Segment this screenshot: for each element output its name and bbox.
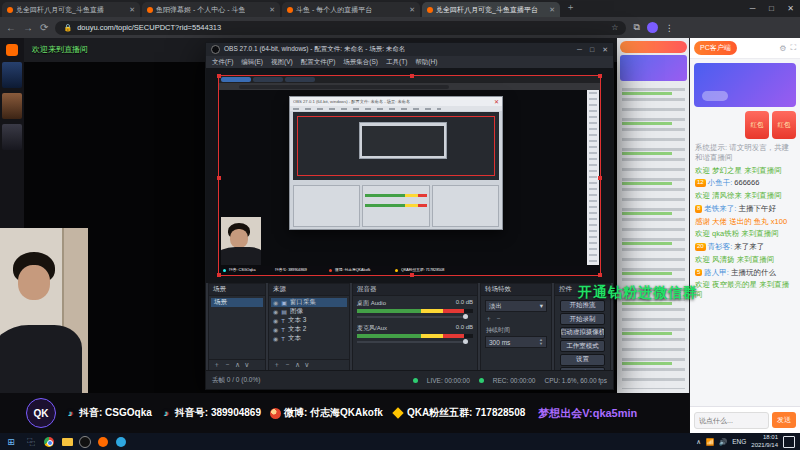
selection-handle[interactable] [598,74,602,78]
bookmark-star-icon[interactable]: ☆ [611,23,618,32]
obs-menu-help[interactable]: 帮助(H) [415,58,437,67]
recommended-stream-thumb[interactable] [2,62,22,88]
source-item[interactable]: ◉ T 文本 3 [271,316,347,325]
explorer-taskbar-icon[interactable] [58,435,76,448]
add-transition-icon[interactable]: ＋ [485,314,492,324]
start-recording-button[interactable]: 开始录制 [560,313,605,325]
address-bar[interactable]: 🔒 douyu.com/topic/SECUPDCT?rid=5544313 ☆ [55,21,626,35]
browser-menu-icon[interactable]: ⋮ [665,23,674,33]
tray-expand-icon[interactable]: ∧ [696,438,701,446]
task-view-icon[interactable]: ⿻ [22,435,40,448]
settings-button[interactable]: 设置 [560,354,605,366]
duration-spinbox[interactable]: 300 ms ▲▼ [485,336,547,348]
forward-icon[interactable]: → [23,22,33,33]
obs-close-button[interactable]: ✕ [602,46,608,54]
tab-close-icon[interactable]: ✕ [129,6,135,14]
tab-close-icon[interactable]: ✕ [269,6,275,14]
start-button[interactable]: ⊞ [0,437,22,447]
remove-transition-icon[interactable]: － [495,314,502,324]
volume-slider[interactable] [357,339,473,345]
red-packet-button[interactable]: 红包 [745,111,769,139]
volume-slider[interactable] [357,314,473,320]
recommended-stream-thumb[interactable] [2,124,22,150]
source-item[interactable]: ◉ ▣ 窗口采集 [271,298,347,307]
obs-taskbar-icon[interactable] [76,435,94,448]
close-button[interactable]: ✕ [781,0,800,17]
douyu-logo[interactable] [6,44,18,56]
transitions-dock-title[interactable]: 转场特效 [481,284,551,296]
transition-select[interactable]: 淡出 ▾ [485,300,547,312]
remove-scene-icon[interactable]: － [224,360,231,370]
red-packet-button[interactable]: 红包 [772,111,796,139]
selection-handle[interactable] [217,176,221,180]
qq-taskbar-icon[interactable] [112,435,130,448]
chrome-taskbar-icon[interactable] [40,435,58,448]
minimize-button[interactable]: ─ [743,0,762,17]
obs-preview[interactable]: OBS 27.0.1 (64-bit, windows) - 配置文件: 未命名… [206,68,613,283]
eye-icon[interactable]: ◉ [273,335,278,342]
browser-avatar[interactable] [647,22,658,33]
obs-menu-tools[interactable]: 工具(T) [386,58,407,67]
maximize-button[interactable]: □ [762,0,781,17]
source-down-icon[interactable]: ∨ [304,361,309,369]
selection-handle[interactable] [598,273,602,277]
mixer-dock-title[interactable]: 混音器 [353,284,477,296]
browser-tab-4-active[interactable]: 兑全回杆八月可竞_斗鱼直播平台 ✕ [422,2,560,17]
obs-menu-view[interactable]: 视图(V) [271,58,293,67]
obs-maximize-button[interactable]: □ [590,46,594,54]
douyu-taskbar-icon[interactable] [94,435,112,448]
obs-menu-profile[interactable]: 配置文件(P) [301,58,336,67]
add-scene-icon[interactable]: ＋ [213,360,220,370]
browser-tab-2[interactable]: 鱼阳弹幕姬 - 个人中心 - 斗鱼 ✕ [142,2,280,17]
reload-icon[interactable]: ⟳ [40,22,48,33]
scene-item[interactable]: 场景 [211,298,263,307]
gear-icon[interactable]: ⚙ [779,44,786,53]
source-item[interactable]: ◉ T 文本 [271,334,347,343]
stream-video[interactable]: 欢迎来到直播间 OBS 27.0.1 (64-bit, windows) - 配… [24,38,690,433]
tab-close-icon[interactable]: ✕ [409,6,415,14]
extensions-icon[interactable]: ⧉ [633,22,639,33]
new-tab-button[interactable]: ＋ [566,1,575,14]
browser-tab-3[interactable]: 斗鱼 - 每个人的直播平台 ✕ [282,2,420,17]
spin-arrows[interactable]: ▲▼ [539,338,543,345]
selection-handle[interactable] [217,74,221,78]
chat-input[interactable] [694,412,769,429]
selection-handle[interactable] [598,176,602,180]
obs-titlebar[interactable]: OBS 27.0.1 (64-bit, windows) - 配置文件: 未命名… [206,43,613,56]
virtual-camera-button[interactable]: 启动虚拟摄像机 [560,327,605,339]
eye-icon[interactable]: ◉ [273,299,278,306]
source-item[interactable]: ◉ ▤ 图像 [271,307,347,316]
promo-ad-card[interactable] [694,63,796,107]
back-icon[interactable]: ← [6,22,16,33]
slider-knob[interactable] [463,339,468,344]
browser-tab-1[interactable]: 兑全回杆八月可竞_斗鱼直播 ✕ [2,2,140,17]
eye-icon[interactable]: ◉ [273,308,278,315]
sources-dock-title[interactable]: 来源 [269,284,349,296]
obs-window[interactable]: OBS 27.0.1 (64-bit, windows) - 配置文件: 未命名… [205,42,614,390]
expand-icon[interactable]: ⛶ [790,43,796,53]
studio-mode-button[interactable]: 工作室模式 [560,340,605,352]
volume-icon[interactable]: 🔊 [719,438,727,446]
eye-icon[interactable]: ◉ [273,317,278,324]
add-source-icon[interactable]: ＋ [273,360,280,370]
selection-handle[interactable] [410,273,414,277]
network-icon[interactable]: 📶 [706,438,714,446]
tab-close-icon[interactable]: ✕ [549,6,555,14]
scenes-dock-title[interactable]: 场景 [209,284,265,296]
source-up-icon[interactable]: ∧ [295,361,300,369]
scene-up-icon[interactable]: ∧ [235,361,240,369]
obs-menu-edit[interactable]: 编辑(E) [241,58,263,67]
remove-source-icon[interactable]: － [284,360,291,370]
chat-message-list[interactable]: 系统提示: 请文明发言，共建和谐直播间 欢迎 梦幻之星 来到直播间 12小鱼干6… [690,141,800,406]
eye-icon[interactable]: ◉ [273,326,278,333]
pc-client-button[interactable]: PC客户端 [694,41,737,55]
recommended-stream-thumb[interactable] [2,93,22,119]
clock[interactable]: 18:01 2021/9/14 [751,434,778,448]
notification-center-icon[interactable] [783,436,795,448]
source-item[interactable]: ◉ T 文本 2 [271,325,347,334]
obs-canvas[interactable]: OBS 27.0.1 (64-bit, windows) - 配置文件: 未命名… [218,75,601,276]
obs-menu-file[interactable]: 文件(F) [212,58,233,67]
obs-menu-scene-collection[interactable]: 场景集合(S) [343,58,378,67]
obs-minimize-button[interactable]: ─ [577,46,582,54]
selection-handle[interactable] [217,273,221,277]
